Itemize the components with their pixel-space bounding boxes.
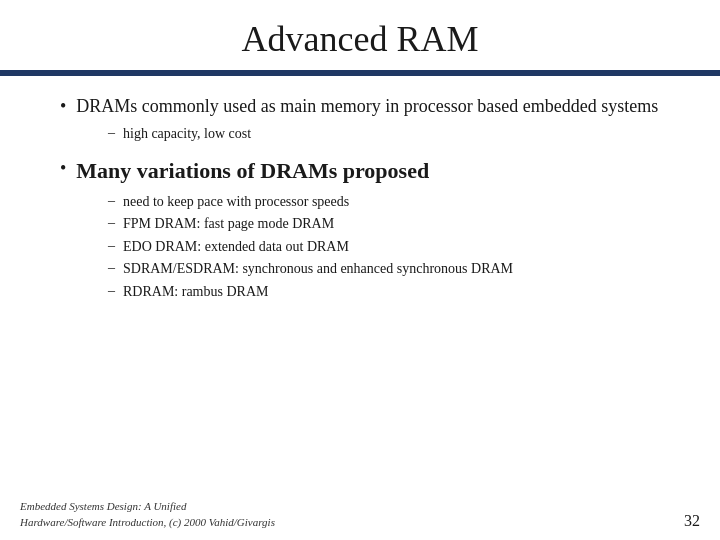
slide: Advanced RAM • DRAMs commonly used as ma… [0, 0, 720, 540]
sub-dash-2-2: – [108, 215, 115, 231]
sub-bullet-2-1: – need to keep pace with processor speed… [108, 192, 660, 212]
footer: Embedded Systems Design: A Unified Hardw… [0, 499, 720, 530]
sub-dash-2-5: – [108, 283, 115, 299]
bullet-dot-1: • [60, 96, 66, 117]
bullet-text-1: DRAMs commonly used as main memory in pr… [76, 94, 658, 118]
content-area: • DRAMs commonly used as main memory in … [0, 76, 720, 320]
sub-text-2-4: SDRAM/ESDRAM: synchronous and enhanced s… [123, 259, 513, 279]
slide-title: Advanced RAM [242, 19, 479, 59]
sub-dash-1-1: – [108, 125, 115, 141]
sub-bullet-2-5: – RDRAM: rambus DRAM [108, 282, 660, 302]
footer-line1: Embedded Systems Design: A Unified [20, 499, 275, 514]
sub-text-1-1: high capacity, low cost [123, 124, 251, 144]
bullet-item-2: • Many variations of DRAMs proposed [60, 156, 660, 186]
sub-text-2-2: FPM DRAM: fast page mode DRAM [123, 214, 334, 234]
sub-bullets-1: – high capacity, low cost [60, 124, 660, 144]
sub-dash-2-4: – [108, 260, 115, 276]
footer-citation: Embedded Systems Design: A Unified Hardw… [20, 499, 275, 530]
sub-text-2-3: EDO DRAM: extended data out DRAM [123, 237, 349, 257]
sub-text-2-5: RDRAM: rambus DRAM [123, 282, 268, 302]
title-area: Advanced RAM [0, 0, 720, 70]
bullet-dot-2: • [60, 158, 66, 179]
bullet-item-1: • DRAMs commonly used as main memory in … [60, 94, 660, 118]
sub-text-2-1: need to keep pace with processor speeds [123, 192, 349, 212]
sub-dash-2-1: – [108, 193, 115, 209]
sub-dash-2-3: – [108, 238, 115, 254]
footer-line2: Hardware/Software Introduction, (c) 2000… [20, 515, 275, 530]
page-number: 32 [684, 512, 700, 530]
sub-bullets-2: – need to keep pace with processor speed… [60, 192, 660, 302]
sub-bullet-2-2: – FPM DRAM: fast page mode DRAM [108, 214, 660, 234]
bullet-group-1: • DRAMs commonly used as main memory in … [60, 94, 660, 144]
sub-bullet-1-1: – high capacity, low cost [108, 124, 660, 144]
sub-bullet-2-4: – SDRAM/ESDRAM: synchronous and enhanced… [108, 259, 660, 279]
sub-bullet-2-3: – EDO DRAM: extended data out DRAM [108, 237, 660, 257]
bullet-text-2: Many variations of DRAMs proposed [76, 156, 429, 186]
bullet-group-2: • Many variations of DRAMs proposed – ne… [60, 156, 660, 302]
